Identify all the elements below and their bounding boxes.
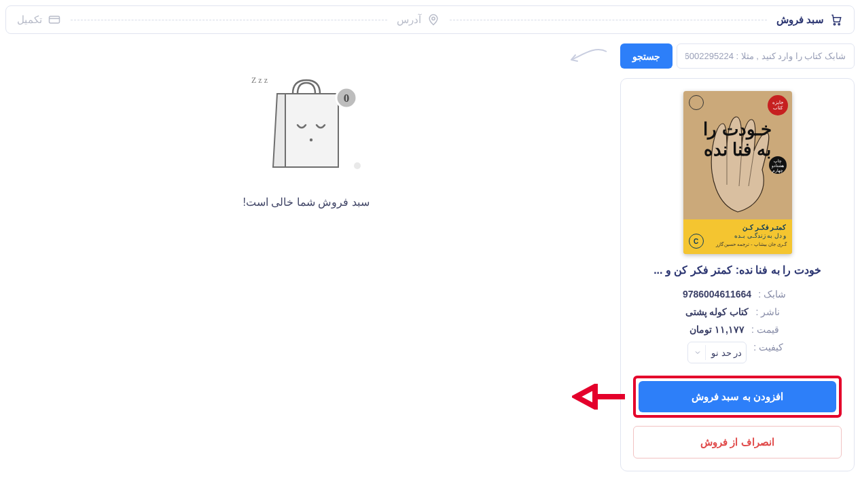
step-address-label: آدرس [397, 14, 421, 26]
publisher-logo-icon [689, 95, 704, 110]
svg-rect-3 [49, 16, 59, 23]
checkout-steps: سبد فروش آدرس تکمیل [5, 5, 855, 34]
callout-arrow-icon [572, 384, 626, 410]
svg-point-2 [432, 17, 435, 20]
isbn-search-row: جستجو [620, 43, 855, 69]
cart-icon [829, 13, 843, 26]
card-icon [48, 13, 61, 26]
step-complete-label: تکمیل [17, 14, 42, 26]
empty-bag-illustration: Z z z 0 [249, 71, 364, 179]
quality-value: در حد نو [711, 348, 742, 358]
zzz-text: Z z z [251, 75, 268, 85]
book-card: جایزه کتاب خـودت را به فنا نده چاپ هشتاد… [620, 78, 855, 471]
step-separator [450, 20, 766, 20]
add-to-basket-button[interactable]: افزودن به سبد فروش [639, 381, 836, 412]
cover-footer: کمتـر فکـر کـن و دل به زندگـی بـده گـری … [683, 219, 792, 254]
main-area: Z z z 0 سبد فروش شما خالی است! [5, 43, 855, 471]
book-cover: جایزه کتاب خـودت را به فنا نده چاپ هشتاد… [683, 91, 792, 254]
isbn-value: 9786004611664 [683, 289, 751, 300]
hint-arrow-icon [567, 48, 608, 68]
seal-icon: C [689, 234, 704, 249]
basket-panel: Z z z 0 سبد فروش شما خالی است! [5, 43, 607, 209]
publisher-value: کتاب کوله پشتی [685, 306, 749, 317]
location-icon [427, 13, 440, 26]
step-complete: تکمیل [17, 13, 61, 26]
isbn-input[interactable] [677, 43, 855, 69]
cancel-sale-button[interactable]: انصراف از فروش [633, 426, 842, 458]
svg-point-0 [834, 24, 835, 25]
price-row: قیمت : ۱۱,۱۷۷ تومان [633, 324, 842, 335]
cover-stamp: چاپ هشتادو چهارم [769, 156, 787, 174]
add-button-highlight: افزودن به سبد فروش [633, 376, 842, 418]
quality-row: کیفیت : در حد نو [633, 342, 842, 363]
product-panel: جستجو جایزه کتاب خـودت را به فنا نده چاپ… [620, 43, 855, 471]
isbn-row: شابک : 9786004611664 [633, 289, 842, 300]
empty-basket-text: سبد فروش شما خالی است! [243, 196, 369, 209]
svg-text:0: 0 [343, 92, 349, 105]
step-address: آدرس [397, 13, 440, 26]
svg-point-5 [309, 139, 312, 141]
price-value: ۱۱,۱۷۷ تومان [689, 324, 745, 335]
svg-point-8 [354, 162, 361, 169]
svg-point-1 [838, 24, 840, 25]
book-title: خودت را به فنا نده: کمتر فکر کن و ... [633, 264, 842, 276]
cover-title: خـودت را به فنا نده [683, 120, 792, 160]
step-separator [71, 20, 387, 20]
publisher-row: ناشر : کتاب کوله پشتی [633, 306, 842, 317]
search-button[interactable]: جستجو [620, 43, 673, 69]
quality-select[interactable]: در حد نو [687, 342, 747, 363]
svg-rect-4 [285, 94, 338, 167]
chevron-down-icon [691, 345, 706, 360]
step-basket-label: سبد فروش [776, 14, 824, 26]
step-basket: سبد فروش [776, 13, 843, 26]
